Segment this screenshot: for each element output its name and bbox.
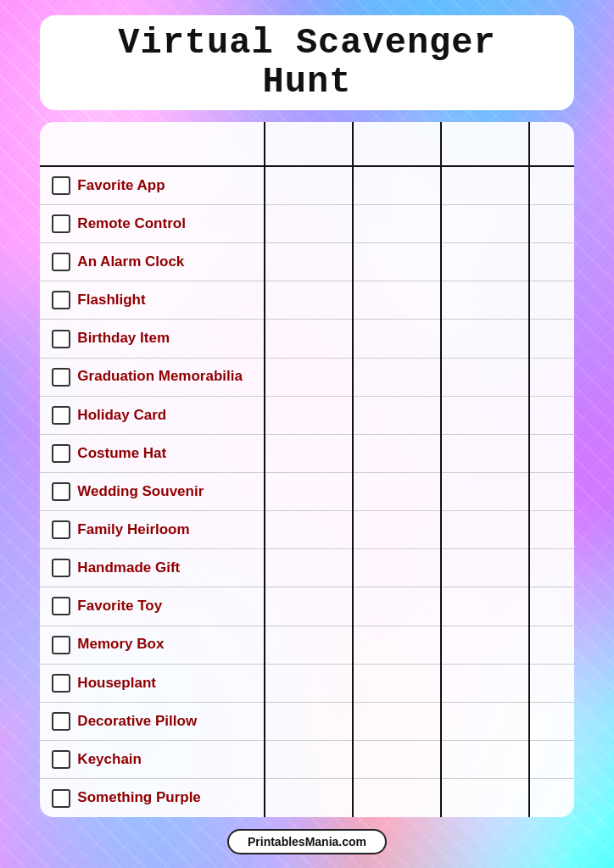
table-header-row: [40, 122, 573, 166]
checkbox-13[interactable]: [52, 674, 70, 693]
item-label-9: Family Heirloom: [77, 521, 189, 538]
footer-badge: PrintablesMania.com: [227, 829, 387, 854]
col-cell-14-1: [353, 702, 441, 740]
checkbox-10[interactable]: [52, 559, 70, 577]
col-cell-11-1: [353, 587, 441, 626]
col-cell-6-3: [529, 396, 573, 434]
item-cell-15: Keychain: [40, 740, 264, 778]
item-cell-6: Holiday Card: [40, 396, 264, 434]
col-cell-1-2: [441, 205, 529, 243]
col-cell-15-0: [265, 740, 353, 778]
item-label-10: Handmade Gift: [77, 559, 180, 576]
checkbox-0[interactable]: [52, 176, 70, 195]
table-row: Family Heirloom: [40, 511, 573, 549]
col-cell-4-2: [441, 320, 529, 358]
item-label-15: Keychain: [77, 751, 142, 768]
checkbox-3[interactable]: [52, 291, 70, 309]
col-cell-12-3: [529, 626, 573, 664]
col-cell-5-3: [529, 358, 573, 396]
page-wrapper: Virtual Scavenger Hunt Favorite AppRemot…: [0, 0, 614, 868]
col-cell-3-0: [265, 281, 353, 320]
table-row: Wedding Souvenir: [40, 473, 573, 511]
item-cell-4: Birthday Item: [40, 320, 264, 358]
col-cell-3-2: [441, 281, 529, 320]
col-cell-13-1: [353, 664, 441, 702]
col-cell-15-1: [353, 740, 441, 778]
item-cell-3: Flashlight: [40, 281, 264, 320]
item-label-11: Favorite Toy: [77, 598, 162, 615]
col-cell-13-2: [441, 664, 529, 702]
col-3: [441, 122, 529, 166]
col-cell-16-3: [529, 779, 573, 817]
checkbox-5[interactable]: [52, 368, 70, 387]
checkbox-2[interactable]: [52, 253, 70, 271]
col-cell-1-0: [265, 205, 353, 243]
col-1: [265, 122, 353, 166]
col-cell-9-1: [353, 511, 441, 549]
checkbox-12[interactable]: [52, 636, 70, 654]
table-row: Favorite App: [40, 166, 573, 204]
col-cell-11-0: [265, 587, 353, 626]
col-cell-15-3: [529, 740, 573, 778]
table-row: Handmade Gift: [40, 549, 573, 587]
col-cell-7-1: [353, 434, 441, 472]
col-2: [353, 122, 441, 166]
col-cell-12-1: [353, 626, 441, 664]
item-label-6: Holiday Card: [77, 407, 166, 424]
table-row: Birthday Item: [40, 320, 573, 358]
col-cell-10-3: [529, 549, 573, 587]
col-cell-11-3: [529, 587, 573, 626]
scavenger-table: Favorite AppRemote ControlAn Alarm Clock…: [40, 122, 573, 817]
item-label-4: Birthday Item: [77, 330, 170, 347]
col-cell-9-3: [529, 511, 573, 549]
table-row: Something Purple: [40, 779, 573, 817]
checkbox-14[interactable]: [52, 712, 70, 731]
col-cell-3-3: [529, 281, 573, 320]
item-cell-10: Handmade Gift: [40, 549, 264, 587]
item-cell-11: Favorite Toy: [40, 587, 264, 626]
table-row: Keychain: [40, 740, 573, 778]
table-row: Decorative Pillow: [40, 702, 573, 740]
title-box: Virtual Scavenger Hunt: [40, 15, 573, 110]
checkbox-9[interactable]: [52, 520, 70, 539]
checkbox-7[interactable]: [52, 444, 70, 463]
col-cell-13-0: [265, 664, 353, 702]
col-cell-10-0: [265, 549, 353, 587]
checkbox-1[interactable]: [52, 214, 70, 233]
item-cell-16: Something Purple: [40, 779, 264, 817]
col-cell-12-2: [441, 626, 529, 664]
table-row: Houseplant: [40, 664, 573, 702]
item-cell-7: Costume Hat: [40, 434, 264, 472]
checkbox-8[interactable]: [52, 482, 70, 501]
checkbox-6[interactable]: [52, 406, 70, 425]
item-cell-12: Memory Box: [40, 626, 264, 664]
col-cell-8-2: [441, 473, 529, 511]
table-row: Memory Box: [40, 626, 573, 664]
col-cell-2-0: [265, 243, 353, 281]
item-label-1: Remote Control: [77, 215, 186, 232]
item-cell-1: Remote Control: [40, 205, 264, 243]
checkbox-4[interactable]: [52, 330, 70, 348]
table-row: Holiday Card: [40, 396, 573, 434]
col-cell-14-2: [441, 702, 529, 740]
col-cell-10-2: [441, 549, 529, 587]
checkbox-16[interactable]: [52, 789, 70, 808]
col-cell-5-0: [265, 358, 353, 396]
col-cell-4-1: [353, 320, 441, 358]
col-cell-14-3: [529, 702, 573, 740]
col-cell-10-1: [353, 549, 441, 587]
col-cell-2-2: [441, 243, 529, 281]
item-label-0: Favorite App: [77, 177, 165, 194]
col-cell-5-1: [353, 358, 441, 396]
col-cell-6-0: [265, 396, 353, 434]
col-cell-4-3: [529, 320, 573, 358]
checkbox-11[interactable]: [52, 597, 70, 615]
checkbox-15[interactable]: [52, 750, 70, 769]
item-cell-2: An Alarm Clock: [40, 243, 264, 281]
col-cell-0-3: [529, 166, 573, 204]
col-cell-13-3: [529, 664, 573, 702]
col-cell-1-1: [353, 205, 441, 243]
item-label-8: Wedding Souvenir: [77, 483, 204, 500]
col-cell-7-0: [265, 434, 353, 472]
item-label-2: An Alarm Clock: [77, 253, 184, 270]
